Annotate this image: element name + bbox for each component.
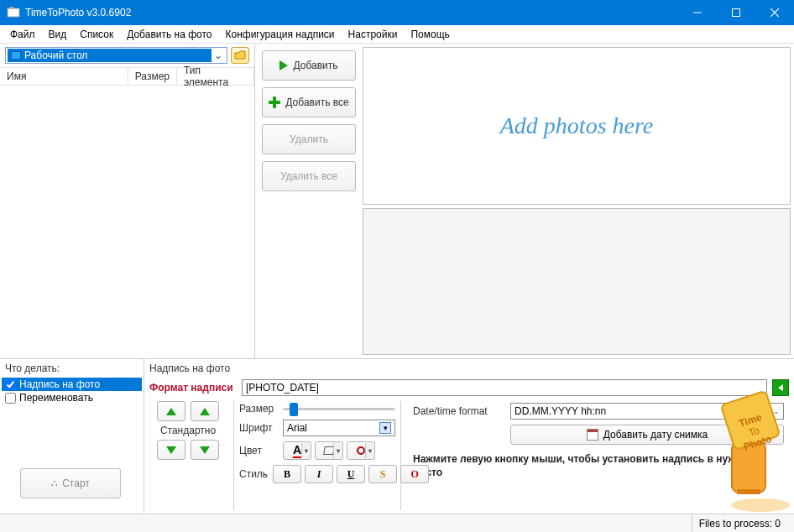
menu-list[interactable]: Список <box>73 27 120 42</box>
folder-combo[interactable]: Рабочий стол ⌄ <box>5 47 227 64</box>
chevron-down-icon: ▾ <box>333 443 342 458</box>
font-color-button[interactable]: A▾ <box>283 441 311 460</box>
file-list[interactable] <box>0 86 254 358</box>
col-type[interactable]: Тип элемента <box>177 68 254 85</box>
nudge-down-left-button[interactable] <box>157 440 185 460</box>
col-name[interactable]: Имя <box>0 68 128 85</box>
close-button[interactable] <box>755 0 794 25</box>
plus-icon <box>269 96 280 108</box>
outline-color-button[interactable]: ▾ <box>347 441 375 460</box>
add-button[interactable]: Добавить <box>262 50 356 81</box>
menu-bar: Файл Вид Список Добавить на фото Конфигу… <box>0 25 794 44</box>
option-caption-label: Надпись на фото <box>19 378 100 390</box>
what-to-do-panel: Что делать: Надпись на фото Переименоват… <box>0 359 144 514</box>
size-label: Размер <box>239 403 278 415</box>
arrow-left-icon <box>776 383 786 393</box>
svg-rect-0 <box>8 8 19 17</box>
arrow-right-icon <box>279 60 288 70</box>
triangle-down-icon <box>200 446 210 454</box>
drop-placeholder: Add photos here <box>500 112 654 139</box>
remove-all-label: Удалить все <box>280 170 337 182</box>
menu-caption-config[interactable]: Конфигурация надписи <box>219 27 342 42</box>
photo-drop-area[interactable]: Add photos here <box>363 47 791 205</box>
window-title: TimeToPhoto v3.0.6902 <box>25 7 678 18</box>
position-arrows: Стандартно <box>149 401 227 510</box>
status-files: Files to process: 0 <box>692 514 787 532</box>
svg-rect-3 <box>733 9 740 17</box>
position-hint: Нажмите левую кнопку мыши, чтобы установ… <box>413 453 784 479</box>
triangle-up-icon <box>166 408 176 415</box>
transfer-buttons: Добавить Добавить все Удалить Удалить вс… <box>255 44 363 358</box>
title-bar: TimeToPhoto v3.0.6902 <box>0 0 794 25</box>
start-button[interactable]: ∴ Старт <box>20 468 121 498</box>
calendar-icon <box>587 429 598 441</box>
nudge-up-right-button[interactable] <box>191 401 219 421</box>
chevron-down-icon: ⌄ <box>212 50 225 61</box>
option-rename-checkbox[interactable] <box>5 393 16 404</box>
bold-button[interactable]: B <box>273 465 301 483</box>
chevron-down-icon: ▾ <box>365 443 373 458</box>
option-rename-label: Переименовать <box>19 392 93 404</box>
slider-thumb[interactable] <box>290 403 298 416</box>
option-caption-checkbox[interactable] <box>5 379 16 390</box>
date-format-label: Date/time format <box>413 405 505 417</box>
nudge-down-right-button[interactable] <box>191 440 219 460</box>
what-group-label: Что делать: <box>5 362 138 374</box>
minimize-button[interactable] <box>678 0 717 25</box>
chevron-down-icon: ▾ <box>379 422 391 434</box>
style-label: Стиль <box>239 468 268 480</box>
add-all-button[interactable]: Добавить все <box>262 87 356 117</box>
menu-settings[interactable]: Настройки <box>342 27 405 42</box>
font-label: Шрифт <box>239 422 278 434</box>
nudge-up-left-button[interactable] <box>157 401 185 421</box>
app-icon <box>7 6 20 19</box>
letter-a-icon: A <box>293 443 301 458</box>
date-column: Date/time format DD.MM.YYYY hh:nn ⌄ Доба… <box>408 401 789 510</box>
italic-button[interactable]: I <box>305 465 333 483</box>
font-value: Arial <box>287 422 307 434</box>
preview-canvas[interactable] <box>363 208 791 355</box>
menu-view[interactable]: Вид <box>42 27 74 42</box>
add-all-label: Добавить все <box>285 96 348 108</box>
remove-button[interactable]: Удалить <box>262 124 356 154</box>
outline-button[interactable]: O <box>400 465 429 483</box>
remove-all-button[interactable]: Удалить все <box>262 161 356 191</box>
svg-rect-1 <box>10 7 13 9</box>
underline-button[interactable]: U <box>337 465 365 483</box>
strikeout-button[interactable]: S <box>368 465 397 483</box>
date-format-value: DD.MM.YYYY hh:nn <box>515 405 606 417</box>
folder-selected: Рабочий стол <box>24 50 87 61</box>
add-date-label: Добавить дату снимка <box>603 429 708 441</box>
file-browser-panel: Рабочий стол ⌄ Имя Размер Тип элемента <box>0 44 255 358</box>
triangle-down-icon <box>166 446 176 454</box>
remove-label: Удалить <box>290 133 328 145</box>
option-caption[interactable]: Надпись на фото <box>2 378 142 391</box>
col-size[interactable]: Размер <box>128 68 177 85</box>
start-label: Старт <box>62 477 90 489</box>
caption-panel: Надпись на фото Формат надписи Стандартн… <box>144 359 794 514</box>
font-combo[interactable]: Arial ▾ <box>283 420 395 436</box>
date-format-combo[interactable]: DD.MM.YYYY hh:nn ⌄ <box>510 403 784 420</box>
menu-help[interactable]: Помощь <box>404 27 456 42</box>
menu-add-to-photo[interactable]: Добавить на фото <box>120 27 218 42</box>
size-slider[interactable] <box>283 408 395 410</box>
format-label: Формат надписи <box>149 382 237 394</box>
chevron-down-icon: ▾ <box>301 443 310 458</box>
format-input[interactable] <box>242 379 767 396</box>
caption-panel-label: Надпись на фото <box>149 362 789 374</box>
triangle-up-icon <box>200 408 210 415</box>
add-button-label: Добавить <box>293 60 337 71</box>
add-photo-date-button[interactable]: Добавить дату снимка <box>510 425 784 445</box>
format-apply-button[interactable] <box>772 379 789 396</box>
circle-outline-icon <box>357 446 365 455</box>
file-list-header: Имя Размер Тип элемента <box>0 67 254 86</box>
menu-file[interactable]: Файл <box>3 27 42 42</box>
maximize-button[interactable] <box>717 0 755 25</box>
style-column: Размер Шрифт Arial ▾ Цвет A▾ <box>233 401 401 510</box>
color-label: Цвет <box>239 445 278 456</box>
preview-panel: Add photos here <box>363 44 794 358</box>
fill-color-button[interactable]: ▾ <box>315 441 343 460</box>
option-rename[interactable]: Переименовать <box>5 391 138 404</box>
chevron-down-icon: ⌄ <box>773 407 780 415</box>
browse-folder-button[interactable] <box>231 47 249 64</box>
